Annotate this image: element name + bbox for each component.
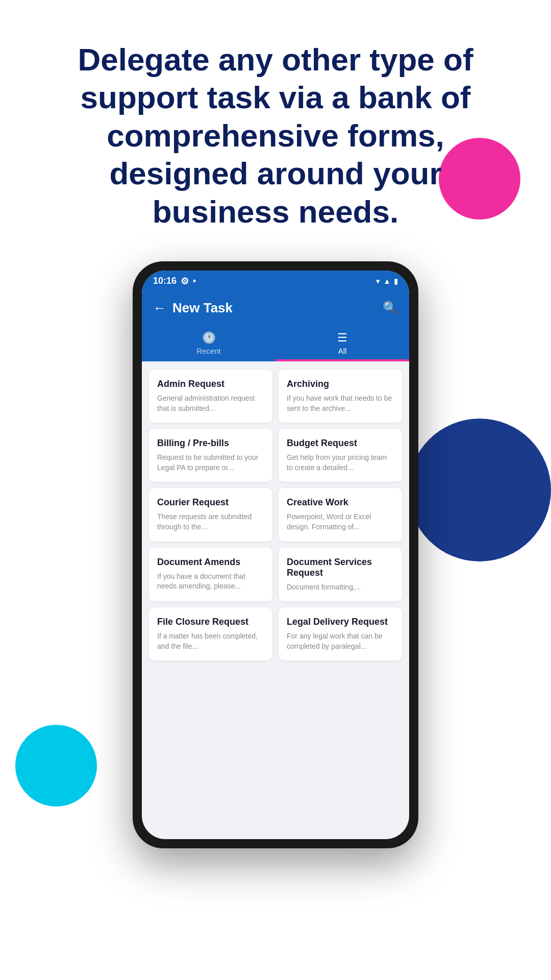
status-bar: 10:16 ⚙ • ▾ ▲ ▮ — [142, 271, 409, 292]
card-archiving-title: Archiving — [287, 379, 394, 389]
card-legal-delivery-request[interactable]: Legal Delivery Request For any legal wor… — [279, 607, 402, 660]
tab-all[interactable]: ☰ All — [276, 324, 409, 361]
search-button[interactable]: 🔍 — [383, 301, 398, 315]
card-legal-delivery-request-title: Legal Delivery Request — [287, 617, 394, 627]
phone-screen: 10:16 ⚙ • ▾ ▲ ▮ ← New Task 🔍 — [142, 271, 409, 839]
card-budget-request[interactable]: Budget Request Get help from your pricin… — [279, 429, 402, 482]
card-file-closure-request-title: File Closure Request — [157, 617, 264, 627]
back-button[interactable]: ← — [153, 300, 166, 316]
status-bar-left: 10:16 ⚙ • — [153, 276, 196, 287]
card-document-services-request[interactable]: Document Services Request Document forma… — [279, 548, 402, 602]
card-file-closure-request-desc: If a matter has been completed, and the … — [157, 631, 264, 651]
phone-frame: 10:16 ⚙ • ▾ ▲ ▮ ← New Task 🔍 — [133, 261, 418, 848]
card-archiving-desc: If you have work that needs to be sent t… — [287, 394, 394, 413]
card-archiving[interactable]: Archiving If you have work that needs to… — [279, 370, 402, 423]
card-admin-request-desc: General administration request that is s… — [157, 394, 264, 413]
content-area: Admin Request General administration req… — [142, 361, 409, 839]
cards-row-0: Admin Request General administration req… — [149, 370, 402, 423]
card-document-services-request-title: Document Services Request — [287, 557, 394, 578]
cards-row-1: Billing / Pre-bills Request to be submit… — [149, 429, 402, 482]
phone-wrapper: 10:16 ⚙ • ▾ ▲ ▮ ← New Task 🔍 — [0, 261, 551, 848]
card-creative-work-title: Creative Work — [287, 497, 394, 508]
app-bar-left: ← New Task — [153, 300, 233, 316]
card-admin-request[interactable]: Admin Request General administration req… — [149, 370, 272, 423]
signal-icon: ▲ — [383, 277, 391, 285]
battery-icon: ▮ — [394, 277, 398, 286]
recent-tab-icon: 🕐 — [202, 331, 216, 345]
wifi-icon: ▾ — [376, 277, 380, 286]
card-document-amends[interactable]: Document Amends If you have a document t… — [149, 548, 272, 602]
status-bar-right: ▾ ▲ ▮ — [376, 277, 398, 286]
dot-icon: • — [193, 276, 196, 286]
gear-icon: ⚙ — [181, 276, 189, 287]
card-billing-prebills-desc: Request to be submitted to your Legal PA… — [157, 453, 264, 473]
tabs-bar: 🕐 Recent ☰ All — [142, 324, 409, 361]
page-heading-area: Delegate any other type of support task … — [0, 0, 551, 251]
all-tab-icon: ☰ — [337, 331, 347, 345]
recent-tab-label: Recent — [196, 347, 221, 355]
all-tab-label: All — [338, 347, 347, 355]
cards-row-2: Courier Request These requests are submi… — [149, 488, 402, 541]
card-courier-request-desc: These requests are submitted through to … — [157, 512, 264, 532]
cards-row-3: Document Amends If you have a document t… — [149, 548, 402, 602]
app-bar-title: New Task — [172, 300, 233, 316]
cards-row-4: File Closure Request If a matter has bee… — [149, 607, 402, 660]
card-budget-request-desc: Get help from your pricing team to creat… — [287, 453, 394, 473]
card-courier-request[interactable]: Courier Request These requests are submi… — [149, 488, 272, 541]
card-billing-prebills-title: Billing / Pre-bills — [157, 438, 264, 449]
card-document-amends-desc: If you have a document that needs amendi… — [157, 572, 264, 592]
card-creative-work[interactable]: Creative Work Powerpoint, Word or Excel … — [279, 488, 402, 541]
tab-recent[interactable]: 🕐 Recent — [142, 324, 276, 361]
card-document-amends-title: Document Amends — [157, 557, 264, 568]
card-file-closure-request[interactable]: File Closure Request If a matter has bee… — [149, 607, 272, 660]
card-document-services-request-desc: Document formatting,... — [287, 582, 394, 593]
card-courier-request-title: Courier Request — [157, 497, 264, 508]
status-time: 10:16 — [153, 276, 177, 286]
app-bar: ← New Task 🔍 — [142, 292, 409, 324]
page-heading: Delegate any other type of support task … — [41, 41, 510, 231]
card-creative-work-desc: Powerpoint, Word or Excel design. Format… — [287, 512, 394, 532]
card-billing-prebills[interactable]: Billing / Pre-bills Request to be submit… — [149, 429, 272, 482]
card-admin-request-title: Admin Request — [157, 379, 264, 389]
card-legal-delivery-request-desc: For any legal work that can be completed… — [287, 631, 394, 651]
card-budget-request-title: Budget Request — [287, 438, 394, 449]
